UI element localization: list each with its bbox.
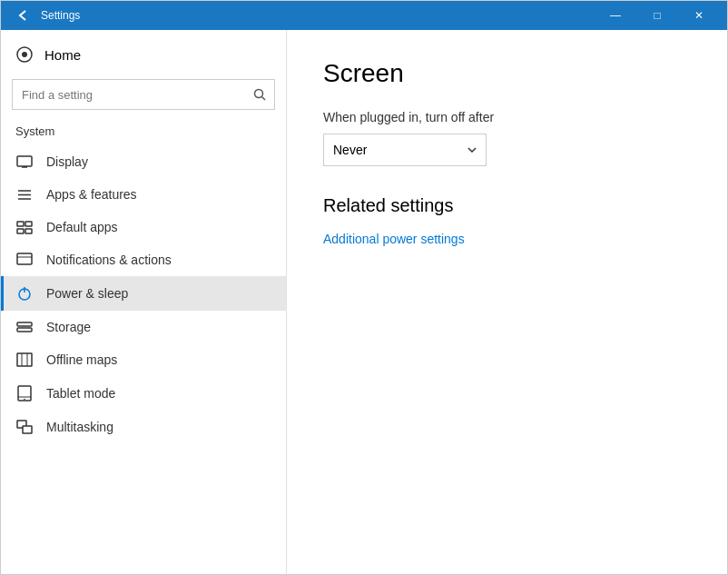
search-button[interactable] [245,80,274,109]
svg-rect-11 [25,222,32,226]
screen-timeout-dropdown[interactable]: Never [323,134,487,166]
tablet-label: Tablet mode [46,386,115,401]
sidebar-item-notifications[interactable]: Notifications & actions [1,243,286,276]
storage-label: Storage [46,320,91,334]
sidebar-item-default[interactable]: Default apps [1,211,286,243]
default-icon [15,221,34,234]
settings-window: Settings — □ ✕ Home [0,0,728,575]
svg-point-1 [22,52,27,57]
sidebar-item-multitasking[interactable]: Multitasking [1,411,286,443]
sidebar-home[interactable]: Home [1,30,286,79]
svg-rect-27 [23,426,32,433]
default-label: Default apps [46,220,118,234]
window-title: Settings [41,9,595,22]
multitasking-label: Multitasking [46,420,113,434]
tablet-icon [15,385,34,402]
back-button[interactable] [8,1,37,30]
sidebar: Home System [1,30,287,574]
related-settings-title: Related settings [323,195,691,216]
power-label: Power & sleep [46,286,128,301]
sidebar-item-apps[interactable]: Apps & features [1,178,286,211]
sidebar-item-maps[interactable]: Offline maps [1,343,286,376]
notifications-icon [15,253,34,267]
power-icon [15,285,34,302]
svg-rect-12 [17,229,24,233]
main-panel: Screen When plugged in, turn off after N… [287,30,727,574]
window-controls: — □ ✕ [595,1,720,30]
storage-icon [15,322,34,332]
maps-label: Offline maps [46,352,117,367]
svg-rect-10 [17,222,24,226]
dropdown-value: Never [333,143,367,157]
display-label: Display [46,154,88,169]
close-button[interactable]: ✕ [678,1,720,30]
sidebar-item-display[interactable]: Display [1,145,286,178]
apps-label: Apps & features [46,187,137,202]
svg-rect-23 [18,386,31,401]
screen-section-label: When plugged in, turn off after [323,110,691,124]
sidebar-item-power[interactable]: Power & sleep [1,276,286,311]
svg-rect-14 [17,253,32,264]
minimize-button[interactable]: — [595,1,636,30]
main-content: Home System [1,30,727,574]
multitasking-icon [15,420,34,434]
svg-rect-19 [17,328,32,332]
system-label: System [1,121,286,145]
display-icon [15,155,34,169]
chevron-down-icon [467,147,477,153]
svg-rect-13 [25,229,32,233]
home-label: Home [44,47,81,63]
sidebar-item-storage[interactable]: Storage [1,311,286,343]
svg-point-2 [255,90,263,98]
maps-icon [15,352,34,367]
additional-power-link[interactable]: Additional power settings [323,232,465,246]
search-input[interactable] [13,83,245,107]
svg-rect-4 [17,156,32,166]
titlebar: Settings — □ ✕ [1,1,727,30]
svg-rect-18 [17,322,32,326]
svg-point-25 [24,399,25,401]
svg-line-3 [262,97,266,101]
notifications-label: Notifications & actions [46,253,172,267]
search-box [12,79,275,110]
apps-icon [15,188,34,202]
home-icon [15,46,34,63]
page-title: Screen [323,59,691,88]
sidebar-item-tablet[interactable]: Tablet mode [1,376,286,411]
maximize-button[interactable]: □ [636,1,678,30]
svg-rect-20 [17,353,32,366]
